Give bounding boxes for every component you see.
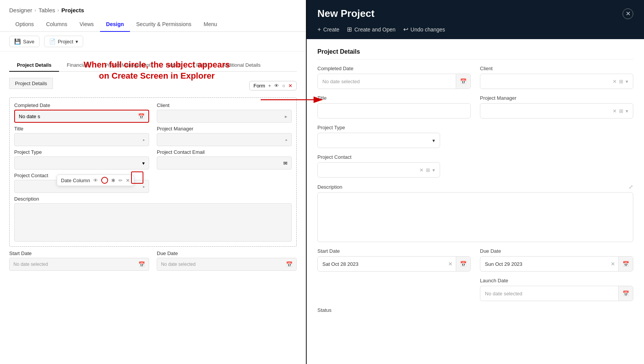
tab-design[interactable]: Design bbox=[100, 17, 130, 32]
create-and-open-button[interactable]: ⊞ Create and Open bbox=[347, 26, 395, 33]
eye-icon[interactable]: 👁 bbox=[274, 83, 279, 89]
right-due-date-label: Due Date bbox=[480, 248, 633, 254]
sub-tab-report[interactable]: Report bbox=[158, 59, 189, 72]
client-chevron-icon[interactable]: ▾ bbox=[626, 79, 628, 84]
project-manager-input[interactable]: ▸ bbox=[157, 133, 292, 146]
due-cal-btn[interactable]: 📅 bbox=[618, 257, 633, 271]
circle-icon[interactable]: ○ bbox=[282, 83, 285, 89]
title-input[interactable]: ▸ bbox=[14, 133, 149, 146]
tab-security[interactable]: Security & Permissions bbox=[130, 17, 197, 32]
right-pt-select[interactable]: ▾ bbox=[317, 133, 440, 148]
close-icon[interactable]: ✕ bbox=[288, 83, 292, 89]
description-header: Description ⤢ bbox=[317, 184, 633, 190]
sub-tab-project-details[interactable]: Project Details bbox=[9, 59, 59, 72]
right-field-launch-date: Launch Date No date selected 📅 bbox=[480, 278, 633, 301]
close-button[interactable]: ✕ bbox=[623, 8, 633, 19]
pm-clear-icon[interactable]: ✕ bbox=[613, 108, 617, 114]
pm-expand-icon[interactable]: ⊞ bbox=[619, 108, 623, 114]
due-date-placeholder: No date selected bbox=[161, 262, 196, 267]
dc-circle-icon[interactable] bbox=[101, 177, 108, 184]
right-pm-label: Project Manager bbox=[480, 95, 633, 101]
sub-tab-additional[interactable]: Additional Details bbox=[214, 59, 268, 72]
form-toolbar: Form + 👁 ○ ✕ bbox=[249, 81, 297, 91]
form-designer: Project Details Financials Project Manag… bbox=[0, 51, 306, 364]
right-field-completed-date: Completed Date No date selected 📅 bbox=[317, 66, 471, 89]
breadcrumb: Designer › Tables › Projects bbox=[0, 0, 306, 17]
right-title-input[interactable] bbox=[317, 103, 471, 119]
form-field-project-type: Project Type ▾ bbox=[14, 149, 149, 170]
project-manager-label: Project Manager bbox=[157, 126, 292, 132]
right-panel: New Project ✕ + Create ⊞ Create and Open… bbox=[307, 0, 644, 364]
right-start-date-input[interactable]: Sat Oct 28 2023 ✕ 📅 bbox=[317, 256, 471, 272]
sub-tab-project-management[interactable]: Project Management bbox=[97, 59, 158, 72]
bottom-fields: Start Date No date selected 📅 Due Date N… bbox=[9, 250, 297, 271]
completed-date-input[interactable]: No date s 📅 bbox=[14, 110, 149, 123]
save-button[interactable]: 💾 Save bbox=[9, 36, 39, 47]
expand-icon[interactable]: ⤢ bbox=[629, 184, 633, 190]
launch-cal-btn[interactable]: 📅 bbox=[618, 286, 633, 301]
sub-tab-files[interactable]: Files bbox=[189, 59, 214, 72]
pc-select-icons: ✕ ⊞ ▾ bbox=[419, 167, 435, 173]
title-arrow: ▸ bbox=[143, 138, 145, 142]
pce-label: Project Contact Email bbox=[157, 149, 292, 155]
right-pt-label: Project Type bbox=[317, 125, 440, 130]
dc-eye-icon[interactable]: 👁 bbox=[93, 178, 98, 183]
pt-chevron-icon: ▾ bbox=[142, 160, 145, 166]
save-icon: 💾 bbox=[14, 38, 21, 44]
right-client-select[interactable]: ✕ ⊞ ▾ bbox=[480, 74, 633, 89]
right-pc-select[interactable]: ✕ ⊞ ▾ bbox=[317, 162, 440, 178]
right-launch-date-label: Launch Date bbox=[480, 278, 633, 283]
pc-chevron-icon[interactable]: ▾ bbox=[432, 167, 435, 173]
sub-tab-financials[interactable]: Financials bbox=[59, 59, 97, 72]
right-due-date-input[interactable]: Sun Oct 29 2023 ✕ 📅 bbox=[480, 256, 633, 272]
pc-clear-icon[interactable]: ✕ bbox=[419, 167, 424, 173]
client-label: Client bbox=[157, 102, 292, 108]
pm-chevron-icon[interactable]: ▾ bbox=[626, 108, 628, 114]
right-start-date-label: Start Date bbox=[317, 248, 471, 254]
start-date-input[interactable]: No date selected 📅 bbox=[9, 258, 149, 271]
right-completed-date-placeholder: No date selected bbox=[318, 79, 456, 84]
undo-changes-label: Undo changes bbox=[411, 26, 445, 33]
right-field-title: Title bbox=[317, 95, 471, 119]
form-toolbar-pill: Form + 👁 ○ ✕ bbox=[249, 81, 297, 91]
tab-options[interactable]: Options bbox=[9, 17, 40, 32]
right-description-textarea[interactable] bbox=[317, 192, 633, 242]
dc-edit-icon[interactable]: ✏ bbox=[118, 178, 123, 183]
breadcrumb-designer[interactable]: Designer bbox=[9, 7, 32, 13]
dc-asterisk-icon[interactable]: ✱ bbox=[111, 178, 115, 183]
description-label: Description bbox=[14, 196, 292, 202]
project-button[interactable]: 📄 Project ▾ bbox=[44, 36, 83, 47]
client-arrow: ▸ bbox=[285, 114, 288, 119]
pce-input[interactable]: ✉ bbox=[157, 156, 292, 170]
pc-expand-icon[interactable]: ⊞ bbox=[426, 167, 430, 173]
form-field-pce: Project Contact Email ✉ bbox=[157, 149, 292, 170]
client-expand-icon[interactable]: ⊞ bbox=[619, 79, 623, 84]
create-button[interactable]: + Create bbox=[317, 26, 339, 33]
right-completed-date-input[interactable]: No date selected 📅 bbox=[317, 74, 471, 89]
start-clear-btn[interactable]: ✕ bbox=[445, 261, 456, 267]
tab-menu[interactable]: Menu bbox=[197, 17, 223, 32]
right-header: New Project ✕ bbox=[307, 0, 644, 26]
breadcrumb-tables[interactable]: Tables bbox=[38, 7, 55, 13]
right-launch-date-input[interactable]: No date selected 📅 bbox=[480, 286, 633, 301]
project-type-select[interactable]: ▾ bbox=[14, 156, 149, 170]
tab-columns[interactable]: Columns bbox=[40, 17, 73, 32]
right-pc-label: Project Contact bbox=[317, 154, 440, 160]
due-clear-btn[interactable]: ✕ bbox=[608, 261, 618, 267]
description-textarea[interactable] bbox=[14, 203, 292, 242]
dc-close-icon[interactable]: ✕ bbox=[126, 178, 130, 183]
save-label: Save bbox=[23, 39, 34, 44]
right-title-label: Title bbox=[317, 95, 471, 101]
due-date-input[interactable]: No date selected 📅 bbox=[157, 258, 297, 271]
section-title: Project Details bbox=[317, 48, 633, 59]
add-icon[interactable]: + bbox=[268, 83, 271, 89]
create-label: Create bbox=[323, 26, 339, 33]
right-pm-select[interactable]: ✕ ⊞ ▾ bbox=[480, 103, 633, 119]
right-completed-cal-btn[interactable]: 📅 bbox=[456, 74, 470, 89]
client-input[interactable]: ▸ bbox=[157, 110, 292, 123]
undo-changes-button[interactable]: ↩ Undo changes bbox=[403, 26, 445, 33]
pt-right-chevron[interactable]: ▾ bbox=[432, 138, 435, 143]
tab-views[interactable]: Views bbox=[74, 17, 100, 32]
start-cal-btn[interactable]: 📅 bbox=[456, 257, 470, 271]
client-clear-icon[interactable]: ✕ bbox=[613, 79, 617, 84]
